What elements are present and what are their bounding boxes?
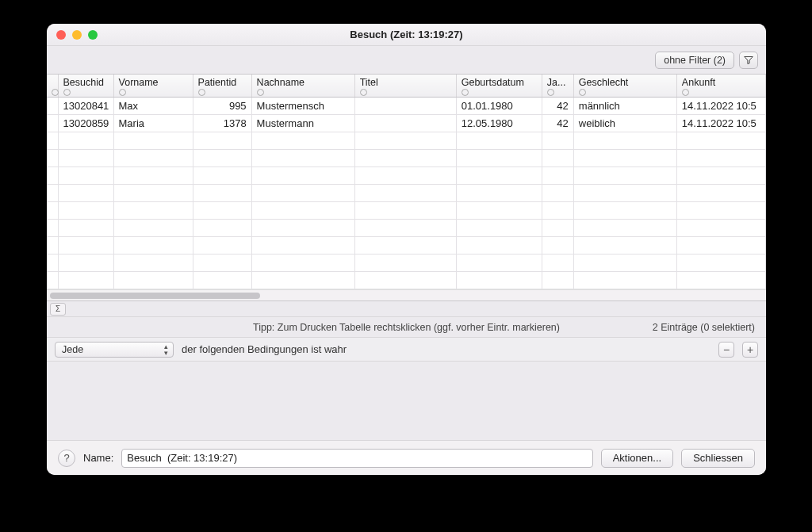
window: Besuch (Zeit: 13:19:27) ohne Filter (2) … bbox=[47, 24, 766, 475]
table-row bbox=[47, 202, 766, 220]
table-row bbox=[47, 272, 766, 289]
col-geschlecht[interactable]: Geschlecht bbox=[573, 75, 676, 98]
cell-patientid: 995 bbox=[193, 98, 251, 115]
table-row bbox=[47, 255, 766, 272]
filter-button-label: ohne Filter (2) bbox=[664, 55, 726, 66]
cell-titel bbox=[354, 115, 456, 132]
data-table: Besuchid Vorname Patientid Nachname Tite… bbox=[47, 75, 766, 289]
col-patientid[interactable]: Patientid bbox=[193, 75, 251, 98]
name-input[interactable] bbox=[121, 449, 592, 468]
table-row bbox=[47, 150, 766, 167]
table-row bbox=[47, 167, 766, 185]
filter-button[interactable]: ohne Filter (2) bbox=[655, 52, 734, 69]
aggregate-row: Σ bbox=[47, 301, 766, 317]
filter-icon-button[interactable] bbox=[739, 52, 758, 69]
footer: ? Name: Aktionen... Schliessen bbox=[47, 440, 766, 475]
cell-geburtsdatum: 12.05.1980 bbox=[456, 115, 542, 132]
cell-nachname: Mustermensch bbox=[251, 98, 354, 115]
actions-button[interactable]: Aktionen... bbox=[601, 449, 673, 468]
close-window-button[interactable] bbox=[56, 30, 66, 40]
chevron-up-down-icon: ▴▾ bbox=[164, 343, 168, 356]
add-condition-button[interactable]: + bbox=[742, 342, 758, 358]
cell-besuchid: 13020859 bbox=[58, 115, 113, 132]
table-row bbox=[47, 132, 766, 150]
table-area: Besuchid Vorname Patientid Nachname Tite… bbox=[47, 75, 766, 301]
window-title: Besuch (Zeit: 13:19:27) bbox=[350, 29, 462, 40]
col-titel[interactable]: Titel bbox=[354, 75, 456, 98]
table-row bbox=[47, 220, 766, 237]
table-row bbox=[47, 185, 766, 202]
minimize-window-button[interactable] bbox=[72, 30, 82, 40]
filter-toolbar: ohne Filter (2) bbox=[47, 46, 766, 75]
cell-ankunft: 14.11.2022 10:5 bbox=[676, 98, 765, 115]
condition-text: der folgenden Bedingungen ist wahr bbox=[182, 343, 347, 355]
table-row[interactable]: 13020859 Maria 1378 Mustermann 12.05.198… bbox=[47, 115, 766, 132]
cell-vorname: Maria bbox=[113, 115, 193, 132]
col-vorname[interactable]: Vorname bbox=[113, 75, 193, 98]
scrollbar-thumb[interactable] bbox=[50, 293, 260, 299]
funnel-icon bbox=[744, 55, 753, 65]
col-nachname[interactable]: Nachname bbox=[251, 75, 354, 98]
entry-count: 2 Einträge (0 selektiert) bbox=[653, 322, 755, 333]
cell-titel bbox=[354, 98, 456, 115]
col-jahre[interactable]: Ja... bbox=[542, 75, 573, 98]
cell-geschlecht: weiblich bbox=[573, 115, 676, 132]
close-button[interactable]: Schliessen bbox=[681, 449, 755, 468]
cell-vorname: Max bbox=[113, 98, 193, 115]
help-button[interactable]: ? bbox=[58, 450, 75, 467]
horizontal-scrollbar[interactable] bbox=[47, 289, 766, 300]
col-geburtsdatum[interactable]: Geburtsdatum bbox=[456, 75, 542, 98]
sigma-button[interactable]: Σ bbox=[50, 303, 66, 316]
cell-besuchid: 13020841 bbox=[58, 98, 113, 115]
titlebar: Besuch (Zeit: 13:19:27) bbox=[47, 24, 766, 46]
cell-nachname: Mustermann bbox=[251, 115, 354, 132]
cell-jahre: 42 bbox=[542, 98, 573, 115]
cell-geburtsdatum: 01.01.1980 bbox=[456, 98, 542, 115]
name-label: Name: bbox=[83, 452, 113, 464]
cell-ankunft: 14.11.2022 10:5 bbox=[676, 115, 765, 132]
col-ankunft[interactable]: Ankunft bbox=[676, 75, 765, 98]
condition-area bbox=[47, 362, 766, 440]
table-row bbox=[47, 237, 766, 255]
cell-geschlecht: männlich bbox=[573, 98, 676, 115]
condition-select[interactable]: Jede ▴▾ bbox=[55, 342, 174, 358]
zoom-window-button[interactable] bbox=[88, 30, 98, 40]
tip-bar: Tipp: Zum Drucken Tabelle rechtsklicken … bbox=[47, 317, 766, 338]
condition-row: Jede ▴▾ der folgenden Bedingungen ist wa… bbox=[47, 338, 766, 362]
remove-condition-button[interactable]: − bbox=[718, 342, 734, 358]
tip-text: Tipp: Zum Drucken Tabelle rechtsklicken … bbox=[253, 322, 560, 333]
col-selector[interactable] bbox=[47, 75, 58, 98]
col-besuchid[interactable]: Besuchid bbox=[58, 75, 113, 98]
cell-jahre: 42 bbox=[542, 115, 573, 132]
cell-patientid: 1378 bbox=[193, 115, 251, 132]
window-controls bbox=[56, 30, 98, 40]
table-row[interactable]: 13020841 Max 995 Mustermensch 01.01.1980… bbox=[47, 98, 766, 115]
header-row: Besuchid Vorname Patientid Nachname Tite… bbox=[47, 75, 766, 98]
condition-select-value: Jede bbox=[62, 344, 83, 355]
